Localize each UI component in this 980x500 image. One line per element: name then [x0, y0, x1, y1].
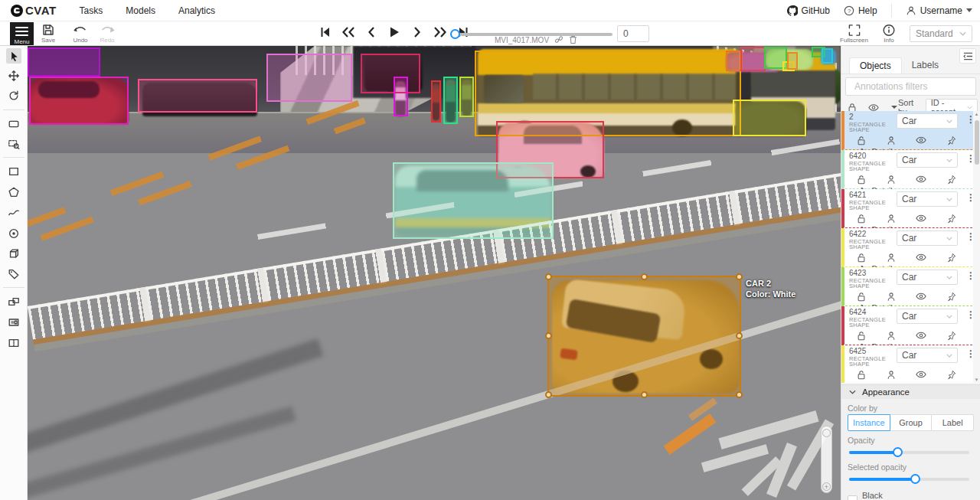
object-label-select[interactable]: Car: [897, 309, 958, 324]
play-button[interactable]: [386, 23, 403, 41]
color-by-instance[interactable]: Instance: [848, 414, 890, 431]
resize-handle[interactable]: [736, 273, 743, 280]
annotation-canvas[interactable]: CAR 2 Color: White +: [28, 46, 841, 500]
tab-objects[interactable]: Objects: [849, 57, 902, 74]
object-occluded-icon[interactable]: [887, 253, 896, 263]
bounding-box[interactable]: [787, 52, 798, 70]
object-lock-icon[interactable]: [857, 292, 866, 302]
scroll-up-icon[interactable]: ▲: [973, 112, 980, 116]
object-hide-icon[interactable]: [916, 292, 926, 301]
bounding-box[interactable]: [266, 54, 352, 102]
rotate-tool[interactable]: [6, 88, 21, 103]
resize-handle[interactable]: [736, 332, 743, 339]
bounding-box[interactable]: [138, 79, 257, 113]
object-lock-icon[interactable]: [857, 253, 866, 263]
group-tool[interactable]: [6, 315, 21, 330]
object-card[interactable]: 2 RECTANGLE SHAPE Car ⋮ ❯ Details: [841, 111, 980, 150]
help-link[interactable]: ? Help: [844, 5, 877, 16]
annotations-filter-box[interactable]: [845, 77, 976, 96]
bounding-box[interactable]: [29, 77, 129, 125]
move-tool[interactable]: [6, 68, 21, 83]
object-card[interactable]: 6423 RECTANGLE SHAPE Car ⋮ ❯ Details: [841, 267, 980, 306]
resize-handle[interactable]: [641, 391, 648, 398]
expand-all-icon[interactable]: [890, 105, 898, 110]
bounding-box[interactable]: [361, 54, 420, 93]
object-pin-icon[interactable]: [947, 292, 956, 302]
object-pin-icon[interactable]: [947, 214, 956, 224]
split-tool[interactable]: [6, 335, 21, 351]
redo-button[interactable]: Redo: [100, 22, 115, 44]
selected-bounding-box[interactable]: [547, 276, 741, 397]
bounding-box[interactable]: [431, 80, 441, 123]
draw-polyline-tool[interactable]: [6, 205, 21, 221]
annotations-filter-input[interactable]: [854, 81, 973, 92]
object-card[interactable]: 6421 RECTANGLE SHAPE Car ⋮ ❯ Details: [841, 189, 980, 228]
workspace-mode-select[interactable]: Standard: [910, 25, 972, 42]
object-label-select[interactable]: Car: [897, 152, 958, 168]
resize-handle[interactable]: [736, 391, 743, 398]
object-details-toggle[interactable]: ❯ Details: [849, 381, 975, 383]
backward-button[interactable]: [340, 23, 357, 41]
bounding-box[interactable]: [733, 100, 806, 136]
draw-cuboid-tool[interactable]: [6, 246, 21, 261]
resize-handle[interactable]: [545, 332, 552, 339]
next-frame-button[interactable]: [409, 23, 426, 41]
scrollbar-thumb[interactable]: [975, 120, 979, 165]
object-hide-icon[interactable]: [916, 175, 926, 184]
selected-opacity-slider-handle[interactable]: [910, 474, 920, 484]
draw-points-tool[interactable]: [6, 226, 21, 241]
object-lock-icon[interactable]: [857, 331, 866, 341]
object-occluded-icon[interactable]: [887, 214, 896, 224]
object-label-select[interactable]: Car: [897, 191, 958, 207]
checkbox-box[interactable]: [848, 495, 858, 500]
object-occluded-icon[interactable]: [887, 175, 896, 185]
object-hide-icon[interactable]: [916, 331, 926, 340]
frame-number-input[interactable]: [617, 25, 649, 42]
merge-tool[interactable]: [6, 294, 21, 309]
info-button[interactable]: Info: [882, 22, 896, 44]
object-hide-icon[interactable]: [916, 370, 926, 379]
object-occluded-icon[interactable]: [887, 136, 896, 145]
object-pin-icon[interactable]: [947, 175, 956, 185]
appearance-header[interactable]: Appearance: [841, 385, 980, 399]
color-by-group[interactable]: Group: [890, 414, 933, 431]
previous-frame-button[interactable]: [363, 23, 380, 41]
object-pin-icon[interactable]: [947, 370, 956, 380]
object-card[interactable]: 6422 RECTANGLE SHAPE Car ⋮ ❯ Details: [841, 228, 980, 267]
forward-button[interactable]: [432, 23, 449, 41]
object-hide-icon[interactable]: [916, 253, 926, 262]
resize-handle[interactable]: [641, 273, 648, 280]
object-occluded-icon[interactable]: [887, 331, 896, 341]
object-pin-icon[interactable]: [947, 253, 956, 263]
nav-analytics[interactable]: Analytics: [178, 5, 215, 16]
fit-image-tool[interactable]: [6, 116, 21, 132]
object-label-select[interactable]: Car: [897, 270, 958, 285]
cvat-logo[interactable]: CVAT: [11, 4, 57, 17]
resize-handle[interactable]: [545, 391, 552, 398]
object-lock-icon[interactable]: [857, 175, 866, 185]
undo-button[interactable]: Undo: [73, 22, 88, 44]
setup-tag-tool[interactable]: [6, 266, 21, 282]
checkbox-black-borders[interactable]: Black borders: [848, 491, 913, 500]
draw-polygon-tool[interactable]: [6, 185, 21, 200]
bounding-box[interactable]: [459, 77, 474, 117]
save-button[interactable]: Save: [41, 22, 55, 44]
scroll-down-icon[interactable]: ▼: [973, 377, 980, 382]
draw-rectangle-tool[interactable]: [6, 164, 21, 179]
fullscreen-button[interactable]: Fullscreen: [840, 22, 868, 44]
menu-button[interactable]: Menu: [10, 22, 34, 45]
cursor-tool[interactable]: [6, 48, 21, 64]
opacity-slider[interactable]: [849, 447, 969, 458]
first-frame-button[interactable]: [317, 23, 334, 41]
object-occluded-icon[interactable]: [887, 370, 896, 380]
delete-frame-icon[interactable]: [569, 35, 577, 44]
object-pin-icon[interactable]: [947, 136, 956, 145]
bounding-box[interactable]: [394, 77, 408, 116]
bounding-box[interactable]: [740, 47, 766, 71]
object-lock-icon[interactable]: [857, 370, 866, 380]
object-lock-icon[interactable]: [857, 136, 866, 145]
opacity-slider-handle[interactable]: [893, 447, 903, 457]
canvas-slider-plus-icon[interactable]: +: [822, 482, 831, 491]
canvas-vertical-slider[interactable]: +: [821, 426, 832, 493]
nav-models[interactable]: Models: [126, 5, 155, 16]
